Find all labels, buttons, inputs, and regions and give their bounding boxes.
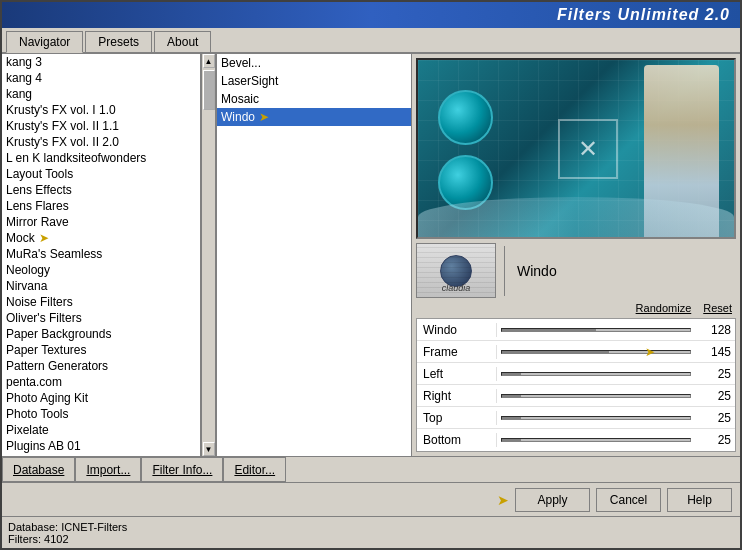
help-button[interactable]: Help (667, 488, 732, 512)
param-track (501, 328, 691, 332)
param-name-right: Right (417, 389, 497, 403)
preview-circles (438, 90, 493, 210)
editor-button[interactable]: Editor... (223, 457, 286, 482)
list-item[interactable]: Krusty's FX vol. II 2.0 (2, 134, 200, 150)
preview-center: ✕ (558, 119, 618, 179)
filter-info-button[interactable]: Filter Info... (141, 457, 223, 482)
list-item[interactable]: Noise Filters (2, 294, 200, 310)
param-name-windo: Windo (417, 323, 497, 337)
status-filters: Filters: 4102 (8, 533, 69, 545)
param-row-windo: Windo 128 (417, 319, 735, 341)
scroll-thumb[interactable] (203, 70, 215, 110)
list-item[interactable]: kang 4 (2, 70, 200, 86)
param-value-right: 25 (695, 389, 735, 403)
param-row-frame: Frame ➤ 145 (417, 341, 735, 363)
list-item[interactable]: Krusty's FX vol. II 1.1 (2, 118, 200, 134)
main-content: kang 3 kang 4 kang Krusty's FX vol. I 1.… (2, 53, 740, 456)
database-button[interactable]: Database (2, 457, 75, 482)
tabs-bar: Navigator Presets About (2, 28, 740, 53)
title-text: Filters Unlimited 2.0 (557, 6, 730, 23)
param-value-top: 25 (695, 411, 735, 425)
param-track (501, 416, 691, 420)
param-name-frame: Frame (417, 345, 497, 359)
param-track (501, 394, 691, 398)
preview-area: ✕ (416, 58, 736, 239)
param-value-bottom: 25 (695, 433, 735, 447)
param-track (501, 372, 691, 376)
param-value-left: 25 (695, 367, 735, 381)
param-slider-windo[interactable] (497, 319, 695, 340)
list-item[interactable]: Photo Aging Kit (2, 390, 200, 406)
windo-arrow-icon: ➤ (259, 110, 269, 124)
list-item[interactable]: Lens Effects (2, 182, 200, 198)
title-bar: Filters Unlimited 2.0 (2, 2, 740, 28)
param-fill (502, 351, 609, 353)
param-slider-left[interactable] (497, 363, 695, 384)
list-item[interactable]: kang (2, 86, 200, 102)
tab-presets[interactable]: Presets (85, 31, 152, 52)
list-item[interactable]: MuRa's Seamless (2, 246, 200, 262)
randomize-button[interactable]: Randomize (636, 302, 692, 314)
list-item[interactable]: Nirvana (2, 278, 200, 294)
filter-item-windo[interactable]: Windo ➤ (217, 108, 411, 126)
param-row-left: Left 25 (417, 363, 735, 385)
list-item[interactable]: Plugins AB 01 (2, 438, 200, 454)
toolbar-row: Database Import... Filter Info... Editor… (2, 456, 740, 482)
filter-info-row: claudia Windo (416, 243, 736, 298)
list-item-mock[interactable]: Mock ➤ (2, 230, 200, 246)
param-value-frame: 145 (695, 345, 735, 359)
randomize-reset-row: Randomize Reset (416, 302, 736, 314)
list-item-mirror-rave[interactable]: Mirror Rave (2, 214, 200, 230)
param-row-bottom: Bottom 25 (417, 429, 735, 451)
param-value-windo: 128 (695, 323, 735, 337)
import-button[interactable]: Import... (75, 457, 141, 482)
param-slider-frame[interactable]: ➤ (497, 341, 695, 362)
param-slider-top[interactable] (497, 407, 695, 428)
list-item[interactable]: Pixelate (2, 422, 200, 438)
list-item[interactable]: L en K landksiteofwonders (2, 150, 200, 166)
tab-about[interactable]: About (154, 31, 211, 52)
filter-item-lasersight[interactable]: LaserSight (217, 72, 411, 90)
list-item[interactable]: Krusty's FX vol. I 1.0 (2, 102, 200, 118)
claudia-text: claudia (417, 283, 495, 293)
param-track (501, 438, 691, 442)
param-fill (502, 329, 596, 331)
status-database: Database: ICNET-Filters (8, 521, 127, 533)
param-name-top: Top (417, 411, 497, 425)
app-window: Filters Unlimited 2.0 Navigator Presets … (0, 0, 742, 550)
param-name-bottom: Bottom (417, 433, 497, 447)
param-fill (502, 439, 521, 441)
preview-circle-1 (438, 90, 493, 145)
filter-item-mosaic[interactable]: Mosaic (217, 90, 411, 108)
list-item[interactable]: Lens Flares (2, 198, 200, 214)
scroll-up-btn[interactable]: ▲ (203, 54, 215, 68)
list-item[interactable]: Layout Tools (2, 166, 200, 182)
apply-button[interactable]: Apply (515, 488, 590, 512)
list-item[interactable]: Oliver's Filters (2, 310, 200, 326)
list-item[interactable]: kang 3 (2, 54, 200, 70)
list-item[interactable]: Pattern Generators (2, 358, 200, 374)
left-list: kang 3 kang 4 kang Krusty's FX vol. I 1.… (2, 54, 201, 456)
list-item[interactable]: penta.com (2, 374, 200, 390)
right-section: Bevel... LaserSight Mosaic Windo ➤ (217, 54, 740, 456)
param-row-right: Right 25 (417, 385, 735, 407)
reset-button[interactable]: Reset (703, 302, 732, 314)
scroll-down-btn[interactable]: ▼ (203, 442, 215, 456)
list-item[interactable]: Paper Textures (2, 342, 200, 358)
list-item-paper-backgrounds[interactable]: Paper Backgrounds (2, 326, 200, 342)
bottom-action-bar: ➤ Apply Cancel Help (2, 482, 740, 516)
preview-x-icon: ✕ (578, 135, 598, 163)
left-scrollbar[interactable]: ▲ ▼ (201, 54, 215, 456)
tab-navigator[interactable]: Navigator (6, 31, 83, 53)
preview-params-panel: ✕ claudia (412, 54, 740, 456)
param-slider-bottom[interactable] (497, 429, 695, 451)
list-item-photo-tools[interactable]: Photo Tools (2, 406, 200, 422)
filter-item-bevel[interactable]: Bevel... (217, 54, 411, 72)
status-bar: Database: ICNET-Filters Filters: 4102 (2, 516, 740, 548)
list-item[interactable]: Neology (2, 262, 200, 278)
param-slider-right[interactable] (497, 385, 695, 406)
cancel-button[interactable]: Cancel (596, 488, 661, 512)
preview-inner: ✕ (418, 60, 734, 237)
param-track (501, 350, 691, 354)
param-row-top: Top 25 (417, 407, 735, 429)
